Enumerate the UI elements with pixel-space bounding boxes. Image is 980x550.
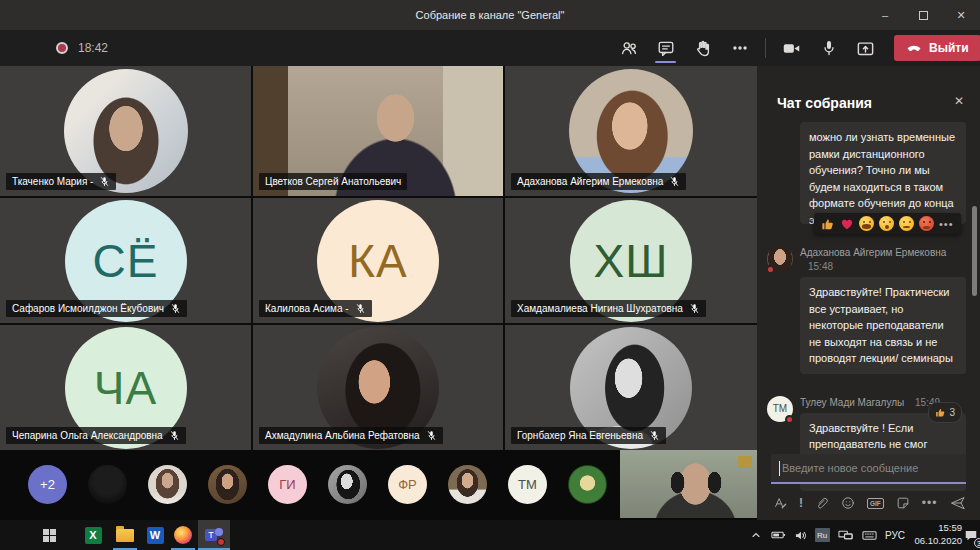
mic-muted-icon bbox=[169, 430, 180, 441]
participant-photo-avatar[interactable] bbox=[208, 465, 247, 504]
connected-devices-icon bbox=[838, 529, 853, 541]
participant-name-label: Сафаров Исмоилджон Ёкубович bbox=[6, 300, 187, 317]
battery-icon bbox=[771, 530, 786, 540]
thumbs-up-icon bbox=[935, 407, 946, 418]
raise-hand-button[interactable] bbox=[684, 30, 721, 66]
minimize-button[interactable]: – bbox=[866, 0, 904, 30]
participant-tile[interactable]: Адаханова Айгерим Ермековна bbox=[505, 66, 757, 196]
participant-tile[interactable]: ЧА Чепарина Ольга Александровна bbox=[0, 325, 251, 450]
format-icon[interactable] bbox=[773, 496, 787, 510]
participant-tile[interactable]: ХШ Хамдамалиева Нигина Шухратовна bbox=[505, 198, 757, 323]
participant-initials-avatar[interactable]: ФР bbox=[388, 465, 427, 504]
participant-photo-avatar[interactable] bbox=[328, 465, 367, 504]
participant-photo-avatar[interactable] bbox=[148, 465, 187, 504]
taskbar-clock[interactable]: 15:59 06.10.2020 bbox=[906, 520, 962, 550]
participant-photo-avatar[interactable] bbox=[88, 465, 127, 504]
taskbar-teams[interactable]: T bbox=[198, 520, 230, 550]
windows-taskbar: X W T Ru РУС 15:59 06.10.2020 3 bbox=[0, 520, 980, 550]
overflow-count-badge[interactable]: +2 bbox=[28, 465, 67, 504]
mic-button[interactable] bbox=[810, 30, 847, 66]
overflow-participants-strip: +2 ГИ ФР ТМ bbox=[0, 450, 757, 520]
participant-tile[interactable]: СЁ Сафаров Исмоилджон Ёкубович bbox=[0, 198, 251, 323]
participant-name-label: Чепарина Ольга Александровна bbox=[6, 427, 186, 444]
taskbar-firefox[interactable] bbox=[168, 520, 198, 550]
surprised-icon[interactable] bbox=[879, 216, 894, 231]
more-compose-options-icon[interactable]: ••• bbox=[922, 496, 938, 510]
chat-message-list: можно ли узнать временные рамки дистанци… bbox=[757, 118, 980, 491]
camera-button[interactable] bbox=[773, 30, 810, 66]
clock-date: 06.10.2020 bbox=[914, 535, 962, 548]
participant-tile[interactable]: КА Калилова Асима - bbox=[253, 198, 503, 323]
importance-icon[interactable]: ! bbox=[799, 496, 803, 510]
reaction-count-badge[interactable]: 3 bbox=[928, 402, 962, 423]
chat-input[interactable]: Введите новое сообщение bbox=[771, 454, 966, 484]
network-indicator[interactable] bbox=[834, 520, 856, 550]
participant-tile[interactable]: Ткаченко Мария - bbox=[0, 66, 251, 196]
meeting-chat-panel: Чат собрания ✕ можно ли узнать временные… bbox=[757, 66, 980, 520]
raise-hand-icon bbox=[694, 39, 712, 57]
attach-icon[interactable] bbox=[815, 496, 829, 510]
close-icon: ✕ bbox=[956, 9, 965, 22]
heart-icon[interactable] bbox=[840, 217, 854, 231]
sender-avatar bbox=[767, 246, 793, 272]
chat-input-placeholder: Введите новое сообщение bbox=[782, 462, 918, 474]
angry-icon[interactable] bbox=[919, 216, 934, 231]
teams-icon: T bbox=[205, 526, 223, 544]
more-options-button[interactable] bbox=[721, 30, 758, 66]
sticker-icon[interactable] bbox=[896, 496, 910, 510]
taskbar-explorer[interactable] bbox=[110, 520, 140, 550]
language-indicator[interactable]: РУС bbox=[882, 520, 908, 550]
record-icon bbox=[56, 42, 68, 54]
start-button[interactable] bbox=[36, 520, 62, 550]
more-reactions-icon[interactable]: ••• bbox=[939, 218, 954, 230]
sender-avatar: ТМ bbox=[767, 396, 793, 422]
thumbs-up-icon[interactable] bbox=[821, 217, 835, 231]
sender-name: Тулеу Мади Магалулы bbox=[800, 397, 904, 408]
emoji-icon[interactable] bbox=[841, 496, 855, 510]
participant-tile[interactable]: Горнбахер Яна Евгеньевна bbox=[505, 325, 757, 450]
battery-indicator[interactable] bbox=[768, 520, 788, 550]
share-screen-icon bbox=[856, 39, 875, 58]
speaker-icon bbox=[794, 530, 807, 541]
restore-button[interactable] bbox=[904, 0, 942, 30]
send-icon[interactable] bbox=[950, 495, 966, 511]
keyboard-icon bbox=[862, 530, 877, 541]
participants-button[interactable] bbox=[610, 30, 647, 66]
participant-tile[interactable]: Цветков Сергей Анатольевич bbox=[253, 66, 503, 196]
mic-muted-icon bbox=[669, 176, 680, 187]
tray-chevron-button[interactable] bbox=[748, 520, 764, 550]
participant-photo-avatar[interactable] bbox=[448, 465, 487, 504]
participant-emblem-avatar[interactable] bbox=[568, 465, 607, 504]
close-button[interactable]: ✕ bbox=[942, 0, 980, 30]
participant-initials-avatar[interactable]: ТМ bbox=[508, 465, 547, 504]
chat-message: можно ли узнать временные рамки дистанци… bbox=[800, 122, 966, 224]
mic-muted-icon bbox=[170, 303, 181, 314]
participants-icon bbox=[620, 39, 638, 57]
share-screen-button[interactable] bbox=[847, 30, 884, 66]
chat-close-icon[interactable]: ✕ bbox=[954, 94, 964, 108]
taskbar-word[interactable]: W bbox=[140, 520, 170, 550]
laughing-icon[interactable] bbox=[859, 216, 874, 231]
gif-icon[interactable]: GIF bbox=[867, 498, 884, 509]
chat-message: Адаханова Айгерим Ермековна 15:48 Здравс… bbox=[767, 246, 966, 374]
grimace-icon[interactable] bbox=[899, 216, 914, 231]
taskbar-excel[interactable]: X bbox=[78, 520, 108, 550]
mic-icon bbox=[820, 39, 838, 57]
touch-keyboard-button[interactable] bbox=[858, 520, 880, 550]
volume-indicator[interactable] bbox=[790, 520, 810, 550]
action-center-button[interactable]: 3 bbox=[962, 520, 980, 550]
message-bubble: можно ли узнать временные рамки дистанци… bbox=[800, 122, 966, 224]
notification-count-badge: 3 bbox=[974, 538, 980, 548]
self-view-video[interactable] bbox=[620, 450, 757, 518]
leave-button[interactable]: Выйти bbox=[894, 35, 980, 61]
leave-label: Выйти bbox=[929, 41, 969, 55]
chat-title: Чат собрания bbox=[777, 95, 872, 111]
chat-button[interactable] bbox=[647, 30, 684, 66]
tray-ru-app[interactable]: Ru bbox=[812, 520, 832, 550]
more-options-icon bbox=[731, 39, 749, 57]
participant-tile[interactable]: Ахмадулина Альбина Рефатовна bbox=[253, 325, 503, 450]
recording-indicator: 18:42 bbox=[56, 30, 108, 66]
chat-scrollbar[interactable] bbox=[972, 206, 977, 296]
participant-initials-avatar[interactable]: ГИ bbox=[268, 465, 307, 504]
toolbar-divider bbox=[765, 38, 766, 58]
